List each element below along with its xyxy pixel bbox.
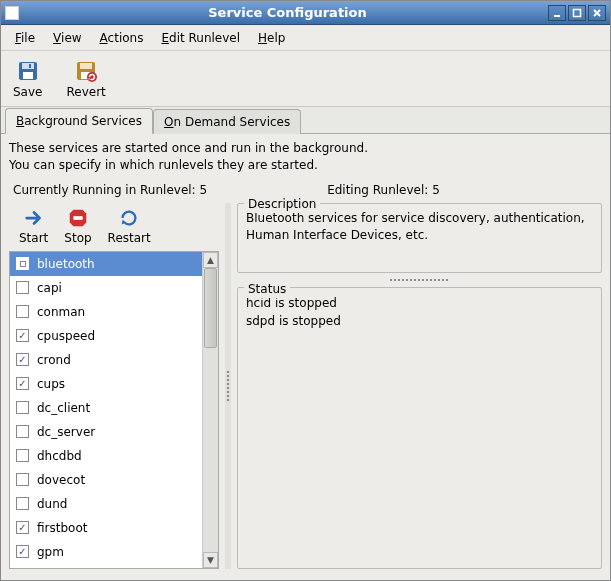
service-name: gpm — [37, 545, 64, 559]
svg-rect-7 — [29, 64, 31, 68]
service-checkbox[interactable] — [16, 473, 29, 486]
restart-label: Restart — [108, 231, 151, 245]
service-checkbox[interactable] — [16, 425, 29, 438]
scroll-thumb[interactable] — [204, 268, 217, 348]
service-checkbox[interactable] — [16, 497, 29, 510]
intro-line2: You can specify in which runlevels they … — [9, 157, 602, 174]
horizontal-splitter[interactable] — [237, 277, 602, 283]
service-checkbox[interactable] — [16, 305, 29, 318]
stop-label: Stop — [64, 231, 91, 245]
list-item[interactable]: ✓crond — [10, 348, 202, 372]
service-name: dc_client — [37, 401, 90, 415]
list-item[interactable]: dovecot — [10, 468, 202, 492]
menubar: File View Actions Edit Runlevel Help — [1, 25, 610, 51]
description-group: Description Bluetooth services for servi… — [237, 203, 602, 273]
service-name: bluetooth — [37, 257, 95, 271]
menu-file[interactable]: File — [7, 28, 43, 48]
tab-content: These services are started once and run … — [1, 133, 610, 580]
service-name: cups — [37, 377, 65, 391]
running-runlevel: Currently Running in Runlevel: 5 — [13, 183, 207, 197]
menu-actions[interactable]: Actions — [92, 28, 152, 48]
list-item[interactable]: conman — [10, 300, 202, 324]
tab-bar: Background Services On Demand Services — [1, 107, 610, 133]
splitter-handle-icon — [227, 371, 229, 401]
window-title: Service Configuration — [27, 5, 548, 20]
service-name: dhcdbd — [37, 449, 82, 463]
list-item[interactable]: bluetooth — [10, 252, 202, 276]
save-icon — [16, 59, 40, 83]
svg-rect-5 — [22, 63, 34, 69]
service-name: dovecot — [37, 473, 85, 487]
close-button[interactable] — [588, 5, 606, 21]
svg-point-11 — [87, 72, 97, 82]
status-group: Status hcid is stopped sdpd is stopped — [237, 287, 602, 569]
list-item[interactable]: ✓cpuspeed — [10, 324, 202, 348]
service-name: conman — [37, 305, 85, 319]
save-button[interactable]: Save — [9, 57, 46, 101]
service-name: capi — [37, 281, 62, 295]
svg-rect-6 — [23, 72, 33, 79]
titlebar: Service Configuration — [1, 1, 610, 25]
svg-rect-9 — [80, 63, 92, 69]
maximize-button[interactable] — [568, 5, 586, 21]
service-checkbox[interactable] — [16, 257, 29, 270]
start-icon — [23, 207, 45, 229]
start-button[interactable]: Start — [19, 207, 48, 245]
save-label: Save — [13, 85, 42, 99]
list-item[interactable]: dhcdbd — [10, 444, 202, 468]
service-checkbox[interactable]: ✓ — [16, 329, 29, 342]
service-checkbox[interactable] — [16, 449, 29, 462]
menu-help[interactable]: Help — [250, 28, 293, 48]
list-item[interactable]: ✓cups — [10, 372, 202, 396]
main-toolbar: Save Revert — [1, 51, 610, 107]
revert-label: Revert — [66, 85, 105, 99]
menu-edit-runlevel[interactable]: Edit Runlevel — [153, 28, 248, 48]
service-list[interactable]: bluetoothcapiconman✓cpuspeed✓crond✓cupsd… — [10, 252, 202, 568]
svg-rect-13 — [73, 216, 82, 220]
menu-file-rest: ile — [21, 31, 35, 45]
intro-line1: These services are started once and run … — [9, 140, 602, 157]
service-checkbox[interactable]: ✓ — [16, 353, 29, 366]
list-item[interactable]: ✓firstboot — [10, 516, 202, 540]
editing-runlevel: Editing Runlevel: 5 — [327, 183, 440, 197]
menu-view[interactable]: View — [45, 28, 89, 48]
service-name: crond — [37, 353, 71, 367]
minimize-button[interactable] — [548, 5, 566, 21]
list-item[interactable]: dund — [10, 492, 202, 516]
window-icon — [5, 6, 19, 20]
vertical-splitter[interactable] — [225, 203, 231, 569]
service-name: dund — [37, 497, 67, 511]
service-checkbox[interactable] — [16, 281, 29, 294]
intro-text: These services are started once and run … — [9, 140, 602, 175]
description-text: Bluetooth services for service discovery… — [246, 210, 593, 245]
status-line2: sdpd is stopped — [246, 312, 593, 330]
start-label: Start — [19, 231, 48, 245]
list-item[interactable]: dc_client — [10, 396, 202, 420]
revert-button[interactable]: Revert — [62, 57, 109, 101]
stop-button[interactable]: Stop — [64, 207, 91, 245]
list-item[interactable]: dc_server — [10, 420, 202, 444]
service-checkbox[interactable]: ✓ — [16, 521, 29, 534]
restart-icon — [118, 207, 140, 229]
list-item[interactable]: ✓gpm — [10, 540, 202, 564]
tab-background-services[interactable]: Background Services — [5, 108, 153, 134]
service-checkbox[interactable]: ✓ — [16, 377, 29, 390]
status-line1: hcid is stopped — [246, 294, 593, 312]
service-checkbox[interactable]: ✓ — [16, 545, 29, 558]
service-list-scrollbar[interactable]: ▲ ▼ — [202, 252, 218, 568]
service-list-wrap: bluetoothcapiconman✓cpuspeed✓crond✓cupsd… — [9, 251, 219, 569]
tab-on-demand-services[interactable]: On Demand Services — [153, 109, 301, 134]
scroll-up-arrow[interactable]: ▲ — [203, 252, 218, 268]
restart-button[interactable]: Restart — [108, 207, 151, 245]
left-pane: Start Stop Restart bluetoothcapiconman✓c… — [9, 203, 219, 569]
list-item[interactable]: capi — [10, 276, 202, 300]
revert-icon — [74, 59, 98, 83]
stop-icon — [67, 207, 89, 229]
description-label: Description — [244, 196, 320, 213]
service-checkbox[interactable] — [16, 401, 29, 414]
hsplitter-handle-icon — [390, 279, 450, 281]
service-name: dc_server — [37, 425, 95, 439]
main-split: Start Stop Restart bluetoothcapiconman✓c… — [9, 203, 602, 569]
status-label: Status — [244, 280, 290, 298]
scroll-down-arrow[interactable]: ▼ — [203, 552, 218, 568]
